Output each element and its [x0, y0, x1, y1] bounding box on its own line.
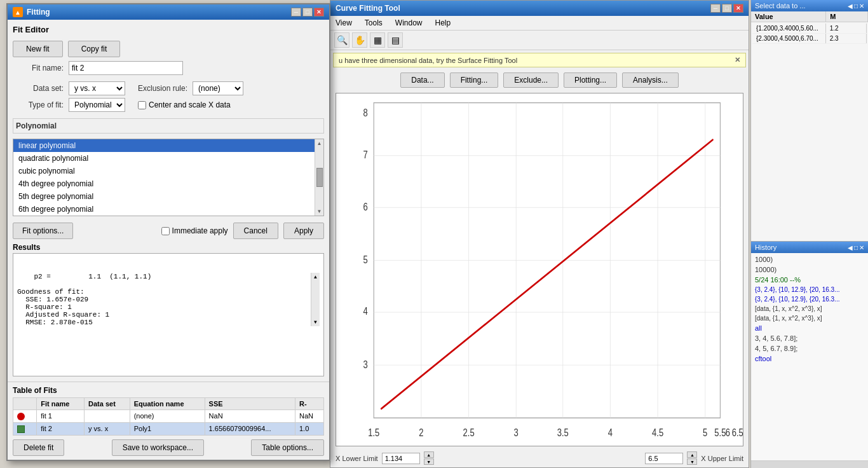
poly-option-0[interactable]: linear polynomial — [13, 139, 315, 152]
history-item-3[interactable]: {3, 2.4}, {10, 12.9}, {20, 16.3... — [752, 285, 867, 294]
workspace-pin-btn[interactable]: ◀ — [848, 3, 853, 10]
history-pin-btn[interactable]: ◀ — [848, 244, 853, 251]
x-lower-spinner: ▲ ▼ — [424, 451, 434, 465]
immediate-apply-row: Immediate apply — [161, 226, 228, 235]
results-section: Results p2 = 1.1 (1.1, 1.1) Goodness of … — [13, 243, 324, 376]
fit1-sse: NaN — [205, 410, 295, 422]
history-item-5[interactable]: [data, {1, x, x^2, x^3}, x] — [752, 304, 867, 313]
fit-options-btn[interactable]: Fit options... — [13, 223, 73, 239]
top-buttons-row: New fit Copy fit — [13, 41, 324, 57]
apply-btn[interactable]: Apply — [283, 223, 324, 239]
type-of-fit-select[interactable]: Polynomial — [69, 98, 125, 112]
svg-text:4.5: 4.5 — [652, 427, 663, 439]
fit2-color-square — [17, 425, 25, 433]
svg-text:6: 6 — [363, 201, 368, 212]
history-item-1[interactable]: 10000) — [752, 265, 867, 275]
fitting-close-btn[interactable]: ✕ — [314, 8, 324, 17]
svg-text:2.5: 2.5 — [463, 427, 475, 439]
poly-scrollbar[interactable]: ▲ ▼ — [315, 139, 323, 216]
col-header-r: R- — [295, 397, 324, 410]
delete-fit-btn[interactable]: Delete fit — [13, 439, 64, 456]
results-text: p2 = 1.1 (1.1, 1.1) Goodness of fit: SSE… — [13, 253, 324, 376]
fit-options-row: Fit options... Immediate apply Cancel Ap… — [13, 223, 324, 239]
type-of-fit-row: Type of fit: Polynomial — [13, 98, 125, 112]
ws-row-0[interactable]: {1.2000,3.4000,5.60... 1.2 — [752, 24, 867, 34]
table-icon[interactable]: ▤ — [388, 32, 403, 48]
table-row[interactable]: fit 1 (none) NaN NaN — [13, 410, 324, 422]
svg-text:5: 5 — [363, 254, 368, 266]
history-close-btn[interactable]: ✕ — [859, 244, 864, 251]
save-workspace-btn[interactable]: Save to workspace... — [112, 439, 204, 456]
workspace-maximize-btn[interactable]: □ — [854, 3, 858, 10]
fitting-btn[interactable]: Fitting... — [450, 72, 499, 88]
cancel-btn[interactable]: Cancel — [233, 223, 278, 239]
history-item-7[interactable]: all — [752, 323, 867, 333]
history-item-9[interactable]: 4, 5, 6.7, 8.9]; — [752, 343, 867, 354]
x-upper-input[interactable] — [645, 453, 683, 464]
poly-option-4[interactable]: 5th degree polynomial — [13, 190, 315, 203]
fitting-minimize-btn[interactable]: ─ — [291, 8, 301, 17]
polynomial-section-label: Polynomial — [13, 118, 324, 134]
immediate-apply-checkbox[interactable] — [161, 227, 170, 235]
history-title: History — [755, 244, 776, 251]
grid-icon[interactable]: ▦ — [370, 32, 385, 48]
poly-option-5[interactable]: 6th degree polynomial — [13, 203, 315, 216]
center-scale-checkbox[interactable] — [138, 101, 146, 109]
copy-fit-btn[interactable]: Copy fit — [68, 41, 121, 57]
cftool-minimize-btn[interactable]: ─ — [710, 4, 721, 13]
data-set-select[interactable]: y vs. x — [69, 81, 125, 95]
history-item-10[interactable]: cftool — [752, 354, 867, 364]
poly-option-2[interactable]: cubic polynomial — [13, 165, 315, 177]
poly-option-3[interactable]: 4th degree polynomial — [13, 177, 315, 190]
cftool-maximize-btn[interactable]: □ — [722, 4, 732, 13]
analysis-btn[interactable]: Analysis... — [622, 72, 679, 88]
x-upper-label: X Upper Limit — [701, 455, 743, 462]
ws-row-1[interactable]: {2.3000,4.5000,6.70... 2.3 — [752, 34, 867, 44]
workspace-panel: Select data to ... ◀ □ ✕ Value M {1.2000… — [751, 0, 868, 242]
table-row[interactable]: fit 2 y vs. x Poly1 1.6566079009964... 1… — [13, 422, 324, 435]
history-item-2[interactable]: 5/24 16:00 --% — [752, 275, 867, 285]
history-maximize-btn[interactable]: □ — [854, 244, 858, 251]
menu-view[interactable]: View — [333, 17, 355, 29]
right-panel: Select data to ... ◀ □ ✕ Value M {1.2000… — [750, 0, 868, 468]
poly-list-container: linear polynomial quadratic polynomial c… — [13, 139, 324, 216]
zoom-icon[interactable]: 🔍 — [334, 32, 349, 48]
x-upper-up[interactable]: ▲ — [687, 451, 697, 458]
fitting-restore-btn[interactable]: □ — [302, 8, 313, 17]
x-lower-up[interactable]: ▲ — [424, 451, 434, 458]
menu-tools[interactable]: Tools — [362, 17, 385, 29]
poly-list: linear polynomial quadratic polynomial c… — [13, 139, 315, 216]
info-close-btn[interactable]: ✕ — [735, 56, 740, 64]
table-options-btn[interactable]: Table options... — [251, 439, 324, 456]
menu-help[interactable]: Help — [433, 17, 454, 29]
center-scale-row: Center and scale X data — [138, 100, 243, 109]
plotting-btn[interactable]: Plotting... — [564, 72, 617, 88]
x-upper-down[interactable]: ▼ — [687, 458, 697, 465]
fit-name-input[interactable] — [69, 61, 183, 75]
exclusion-rule-select[interactable]: (none) — [193, 81, 243, 95]
workspace-close-btn[interactable]: ✕ — [859, 3, 864, 10]
history-item-6[interactable]: [data, {1, x, x^2, x^3}, x] — [752, 313, 867, 323]
x-lower-down[interactable]: ▼ — [424, 458, 434, 465]
data-btn[interactable]: Data... — [400, 72, 444, 88]
poly-option-1[interactable]: quadratic polynomial — [13, 152, 315, 165]
center-scale-label: Center and scale X data — [149, 100, 231, 109]
svg-text:5.5: 5.5 — [714, 427, 726, 439]
exclude-btn[interactable]: Exclude... — [503, 72, 559, 88]
svg-text:6: 6 — [726, 427, 730, 439]
ws-value-1: {2.3000,4.5000,6.70... — [752, 34, 826, 43]
menu-window[interactable]: Window — [393, 17, 425, 29]
workspace-titlebar: Select data to ... ◀ □ ✕ — [751, 0, 868, 11]
new-fit-btn[interactable]: New fit — [13, 41, 63, 57]
history-scrollbar-h[interactable] — [751, 460, 868, 468]
history-item-4[interactable]: {3, 2.4}, {10, 12.9}, {20, 16.3... — [752, 294, 867, 304]
results-scrollbar[interactable]: ▲ ▼ — [311, 273, 320, 326]
x-lower-input[interactable] — [382, 453, 420, 464]
fitting-dialog-controls: ─ □ ✕ — [291, 8, 324, 17]
history-item-0[interactable]: 1000) — [752, 254, 867, 265]
pan-icon[interactable]: ✋ — [352, 32, 367, 48]
ws-col-m: M — [826, 11, 868, 22]
history-item-8[interactable]: 3, 4, 5.6, 7.8]; — [752, 333, 867, 343]
exclusion-row: Exclusion rule: (none) — [138, 81, 243, 95]
cftool-close-btn[interactable]: ✕ — [733, 4, 743, 13]
